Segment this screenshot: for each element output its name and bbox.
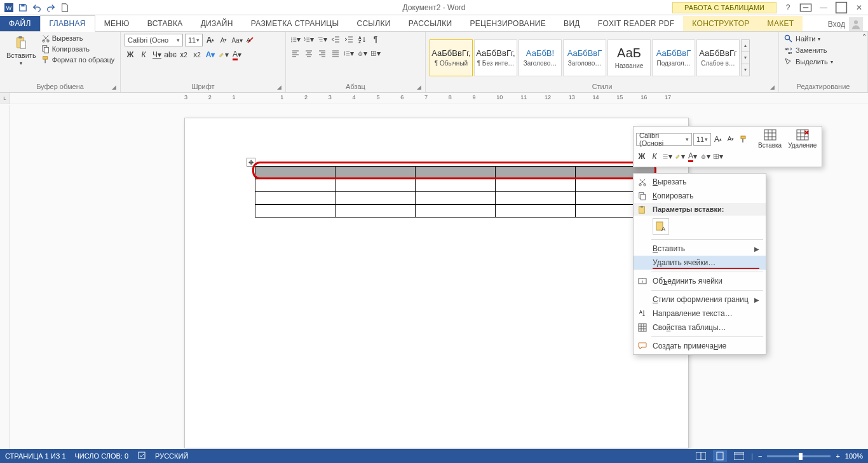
tab-table-design[interactable]: КОНСТРУКТОР — [683, 16, 758, 31]
zoom-out-icon[interactable]: − — [758, 452, 762, 460]
font-launcher-icon[interactable]: ◢ — [277, 84, 281, 90]
table-row[interactable] — [255, 205, 656, 218]
tab-table-layout[interactable]: МАКЕТ — [759, 16, 803, 31]
clipboard-launcher-icon[interactable]: ◢ — [112, 84, 116, 90]
strikethrough-icon[interactable]: abc — [165, 49, 176, 60]
collapse-ribbon-icon[interactable]: ⌃ — [862, 33, 867, 40]
view-web-layout-icon[interactable] — [732, 450, 746, 462]
mini-bold-icon[interactable]: Ж — [636, 151, 648, 162]
cut-button[interactable]: Вырезать — [41, 34, 115, 43]
align-right-icon[interactable] — [316, 48, 328, 59]
tab-foxit[interactable]: Foxit Reader PDF — [589, 16, 684, 31]
increase-indent-icon[interactable] — [343, 34, 355, 45]
font-color-icon[interactable]: A▾ — [231, 49, 243, 60]
bold-icon[interactable]: Ж — [125, 49, 136, 60]
copy-button[interactable]: Копировать — [41, 45, 115, 53]
mini-shading-icon[interactable]: ▾ — [700, 151, 711, 162]
table-row[interactable] — [255, 192, 656, 205]
vertical-ruler[interactable] — [0, 105, 10, 449]
numbering-icon[interactable]: 12▾ — [303, 34, 315, 45]
change-case-icon[interactable]: Aa▾ — [231, 34, 243, 46]
help-icon[interactable]: ? — [782, 1, 794, 14]
tab-file[interactable]: ФАЙЛ — [0, 16, 40, 31]
tab-references[interactable]: ССЫЛКИ — [348, 16, 399, 31]
bullets-icon[interactable]: ▾ — [290, 34, 301, 45]
clear-formatting-icon[interactable]: A — [245, 34, 256, 46]
ctx-insert[interactable]: Вставить▶ — [634, 242, 766, 256]
mini-delete-button[interactable]: Удаление — [785, 129, 819, 149]
grow-font-icon[interactable]: A▴ — [205, 34, 216, 46]
format-painter-button[interactable]: Формат по образцу — [41, 55, 115, 64]
ruler-corner-icon[interactable]: L — [0, 93, 10, 104]
ctx-cut[interactable]: Вырезать — [634, 175, 766, 189]
horizontal-ruler[interactable]: L 3211234567891011121314151617 — [0, 93, 868, 104]
user-avatar-icon[interactable] — [849, 17, 863, 31]
subscript-icon[interactable]: x2 — [178, 49, 189, 60]
undo-icon[interactable] — [31, 1, 43, 14]
ctx-merge-cells[interactable]: Объединить ячейки — [634, 274, 766, 288]
mini-borders-icon[interactable]: ▾ — [712, 151, 724, 162]
word-app-icon[interactable]: W — [3, 1, 15, 14]
zoom-level[interactable]: 100% — [845, 452, 863, 460]
mini-font-color-icon[interactable]: A▾ — [687, 151, 698, 162]
status-language[interactable]: РУССКИЙ — [155, 452, 188, 460]
signin-link[interactable]: Вход — [828, 20, 845, 29]
ribbon-options-icon[interactable] — [799, 1, 812, 14]
style-item[interactable]: АаБбВвГг,¶ Обычный — [430, 39, 473, 76]
mini-align-icon[interactable]: ▾ — [661, 151, 673, 162]
styles-scroll[interactable]: ▴▾▾ — [741, 39, 750, 76]
table-move-handle-icon[interactable]: ✥ — [247, 158, 255, 167]
tab-design[interactable]: ДИЗАЙН — [192, 16, 242, 31]
tab-review[interactable]: РЕЦЕНЗИРОВАНИЕ — [461, 16, 555, 31]
sort-icon[interactable]: AZ — [356, 34, 368, 45]
mini-italic-icon[interactable]: К — [649, 151, 660, 162]
ctx-new-comment[interactable]: Создать примечание — [634, 339, 766, 353]
ctx-text-direction[interactable]: AНаправление текста… — [634, 307, 766, 321]
superscript-icon[interactable]: x2 — [191, 49, 203, 60]
shading-icon[interactable]: ▾ — [356, 48, 368, 59]
mini-shrink-font-icon[interactable]: A▾ — [725, 134, 736, 145]
find-button[interactable]: Найти ▾ — [783, 34, 822, 44]
style-item[interactable]: АаБбВ!Заголово… — [519, 39, 562, 76]
redo-icon[interactable] — [44, 1, 57, 14]
table-row[interactable] — [255, 167, 656, 179]
style-item[interactable]: АаБбВвГПодзагол… — [652, 39, 695, 76]
italic-icon[interactable]: К — [138, 49, 149, 60]
zoom-slider[interactable] — [767, 455, 831, 457]
document-table[interactable] — [255, 166, 656, 218]
style-item[interactable]: АаБНазвание — [607, 39, 651, 76]
replace-button[interactable]: abacЗаменить — [783, 45, 828, 55]
new-doc-icon[interactable] — [58, 1, 71, 14]
highlight-icon[interactable]: ▾ — [218, 49, 229, 60]
ctx-copy[interactable]: Копировать — [634, 189, 766, 203]
underline-icon[interactable]: Ч▾ — [151, 49, 163, 60]
font-size-combo[interactable]: 11 — [185, 34, 203, 46]
save-icon[interactable] — [17, 1, 29, 14]
tab-menu[interactable]: Меню — [95, 16, 139, 31]
page[interactable] — [184, 118, 689, 448]
paste-keep-source-icon[interactable]: A — [653, 218, 669, 235]
style-item[interactable]: АаБбВвГЗаголово… — [563, 39, 606, 76]
shrink-font-icon[interactable]: A▾ — [218, 34, 229, 46]
paragraph-launcher-icon[interactable]: ◢ — [417, 84, 421, 90]
ctx-border-styles[interactable]: Стили оформления границ▶ — [634, 293, 766, 307]
status-proofing-icon[interactable] — [137, 451, 146, 461]
mini-grow-font-icon[interactable]: A▴ — [712, 134, 724, 145]
mini-font-name[interactable]: Calibri (Основі — [636, 133, 692, 146]
tab-mailings[interactable]: РАССЫЛКИ — [400, 16, 461, 31]
text-effects-icon[interactable]: A▾ — [205, 49, 216, 60]
tab-home[interactable]: ГЛАВНАЯ — [40, 15, 95, 32]
ctx-table-properties[interactable]: Свойства таблицы… — [634, 321, 766, 335]
align-left-icon[interactable] — [290, 48, 301, 59]
tab-insert[interactable]: ВСТАВКА — [139, 16, 192, 31]
multilevel-list-icon[interactable]: ▾ — [316, 34, 328, 45]
maximize-icon[interactable] — [835, 1, 848, 14]
decrease-indent-icon[interactable] — [330, 34, 341, 45]
styles-launcher-icon[interactable]: ◢ — [770, 84, 775, 90]
justify-icon[interactable] — [330, 48, 341, 59]
status-page[interactable]: СТРАНИЦА 1 ИЗ 1 — [5, 452, 66, 460]
minimize-icon[interactable]: — — [817, 1, 830, 14]
show-marks-icon[interactable]: ¶ — [370, 34, 381, 45]
borders-icon[interactable]: ▾ — [370, 48, 381, 59]
tab-view[interactable]: ВИД — [555, 16, 589, 31]
